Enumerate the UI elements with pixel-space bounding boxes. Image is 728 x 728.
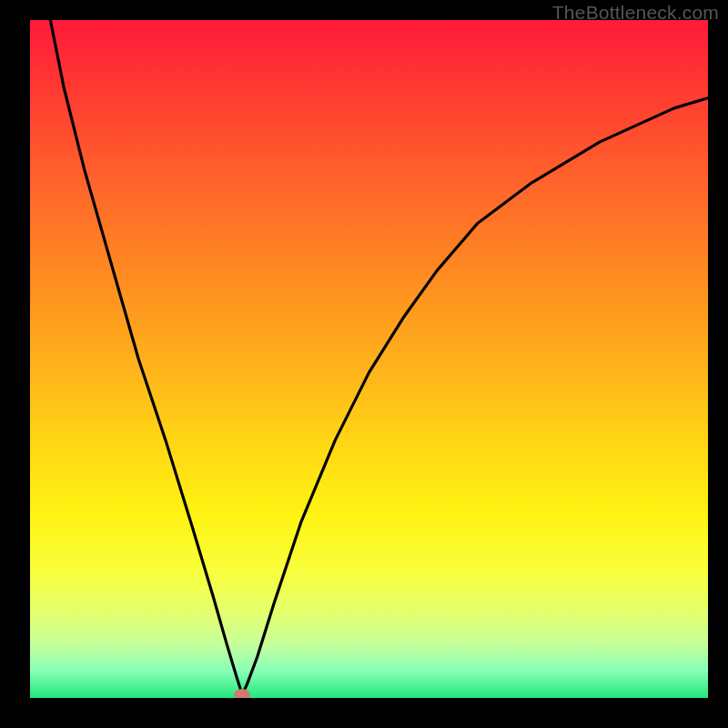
min-marker [234, 689, 250, 698]
watermark-text: TheBottleneck.com [552, 2, 719, 24]
chart-container: TheBottleneck.com [0, 0, 728, 728]
curve-svg [30, 20, 708, 698]
bottleneck-curve-line [50, 20, 708, 694]
plot-area [30, 20, 708, 698]
